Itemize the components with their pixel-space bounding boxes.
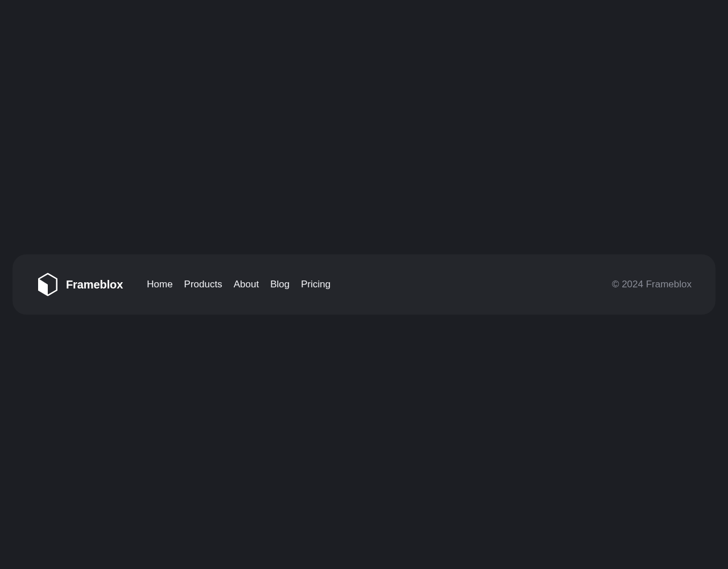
brand-logo-group[interactable]: Frameblox [36,273,123,296]
footer-copyright: © 2024 Frameblox [612,279,692,290]
nav-link-about[interactable]: About [234,279,259,290]
nav-link-blog[interactable]: Blog [270,279,289,290]
footer-nav: Home Products About Blog Pricing [147,279,330,290]
nav-link-home[interactable]: Home [147,279,172,290]
footer-bar: Frameblox Home Products About Blog Prici… [13,254,715,315]
nav-link-products[interactable]: Products [184,279,222,290]
footer-left-group: Frameblox Home Products About Blog Prici… [36,273,330,296]
hexagon-logo-icon [36,273,59,296]
nav-link-pricing[interactable]: Pricing [301,279,330,290]
brand-name: Frameblox [66,278,123,291]
